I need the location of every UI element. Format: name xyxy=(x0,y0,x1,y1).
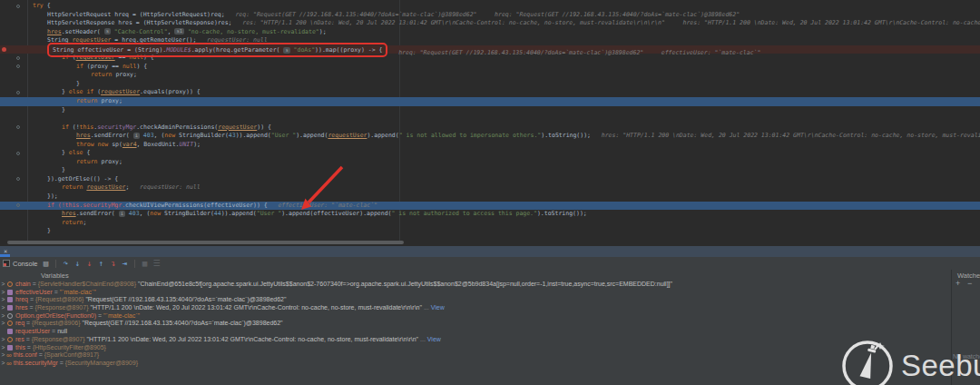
equals-sign: = xyxy=(24,320,32,326)
code-text: hres.sendError( i 403, (new StringBuilde… xyxy=(62,210,587,219)
code-line[interactable]: } xyxy=(0,80,980,89)
code-line[interactable]: } xyxy=(0,166,980,175)
fold-icon[interactable] xyxy=(16,5,20,8)
code-text: if (!this.securityMgr.checkAdminPermissi… xyxy=(62,123,271,133)
code-token: hres xyxy=(62,210,76,217)
code-token: requestUser xyxy=(328,132,367,139)
breakpoint-icon[interactable] xyxy=(2,47,6,52)
code-text: hres.sendError( i 403, (new StringBuilde… xyxy=(76,132,980,141)
code-line[interactable]: } xyxy=(0,106,980,115)
variable-row[interactable]: >res = {Response@8907} "HTTP/1.1 200 \nD… xyxy=(0,336,948,344)
expand-chevron-icon[interactable]: > xyxy=(0,320,6,328)
step-out-icon[interactable]: ↑ xyxy=(95,258,107,270)
code-token: )).append( xyxy=(236,132,271,139)
variable-row[interactable]: >∞this.securityMgr = {SecurityManager@89… xyxy=(0,360,948,368)
more-options-icon[interactable]: ☰ xyxy=(151,258,162,270)
code-token: "no-cache, no-store, must-revalidate" xyxy=(184,28,319,35)
code-line[interactable]: if (!this.securityMgr.checkUIViewPermiss… xyxy=(0,202,980,211)
expand-chevron-icon[interactable]: > xyxy=(0,351,6,360)
drop-frame-icon[interactable]: ↴ xyxy=(107,258,119,270)
variable-name: chain xyxy=(15,281,31,287)
param-hint-badge: s xyxy=(104,28,111,35)
expand-chevron-icon[interactable]: > xyxy=(0,304,6,312)
code-token: ).append( xyxy=(367,132,398,139)
fold-icon[interactable] xyxy=(16,91,20,94)
view-value-link[interactable]: View xyxy=(431,304,445,311)
variable-value: "`mate-clac`" xyxy=(60,289,96,295)
add-watch-button[interactable]: + xyxy=(956,280,960,288)
code-line[interactable]: return proxy; xyxy=(0,97,980,106)
variable-row[interactable]: >chain = {ServletHandler$ChainEnd@8908} … xyxy=(0,281,948,289)
code-line[interactable]: } else if (requestUser.equals(proxy)) { xyxy=(0,88,980,97)
variable-row[interactable]: >effectiveUser = "`mate-clac`" xyxy=(0,289,948,297)
code-line[interactable]: return; xyxy=(0,219,980,228)
variable-type: {Request@8906} xyxy=(32,320,82,326)
code-token: , ( xyxy=(154,132,165,139)
code-token: StringBuilder( xyxy=(175,132,229,139)
fold-icon[interactable] xyxy=(16,203,20,207)
code-token: proxy; xyxy=(97,158,122,165)
evaluate-expression-icon[interactable]: ▦ xyxy=(139,258,151,270)
code-token: securityMgr xyxy=(97,123,136,131)
code-token: requestUser xyxy=(218,123,257,131)
tab-console[interactable]: Console xyxy=(3,258,38,269)
variable-name: Option.getOrElse(Function0) xyxy=(15,312,96,319)
variable-row[interactable]: >∞this.conf = {SparkConf@8917} xyxy=(0,351,948,360)
code-line[interactable]: return proxy; xyxy=(0,158,980,167)
code-token: "User " xyxy=(257,210,281,217)
variable-row[interactable]: >hres = {Response@8907} "HTTP/1.1 200 \n… xyxy=(0,304,948,312)
variable-name: res xyxy=(15,336,24,342)
code-line[interactable]: hres.sendError( i 403, (new StringBuilde… xyxy=(0,210,980,219)
remove-watch-button[interactable]: − xyxy=(967,280,972,288)
horizontal-scrollbar[interactable] xyxy=(7,241,404,244)
variable-row[interactable]: >this = {HttpSecurityFilter@8905} xyxy=(0,344,948,352)
code-line[interactable]: try { xyxy=(0,2,980,11)
code-line[interactable]: HttpServletRequest hreq = (HttpServletRe… xyxy=(0,11,980,20)
code-line[interactable]: return proxy; xyxy=(0,71,980,80)
expand-chevron-icon[interactable]: > xyxy=(0,296,6,304)
code-line[interactable]: hres.setHeader( s "Cache-Control", s1 "n… xyxy=(0,28,980,37)
code-line[interactable]: hres.sendError( i 403, (new StringBuilde… xyxy=(0,132,980,141)
expand-chevron-icon[interactable]: > xyxy=(0,281,6,289)
layout-settings-icon[interactable]: ▤ xyxy=(40,258,52,270)
code-editor[interactable]: try {HttpServletRequest hreq = (HttpServ… xyxy=(0,0,980,241)
view-value-link[interactable]: View xyxy=(427,336,441,342)
step-over-icon[interactable]: ↷ xyxy=(60,258,72,270)
variable-row[interactable]: >req = {Request@8906} "Request(GET //192… xyxy=(0,320,948,328)
code-token: .equals(proxy)) { xyxy=(140,88,201,95)
fold-icon[interactable] xyxy=(16,152,20,155)
variables-panel-title: Variables xyxy=(41,271,69,280)
fold-icon[interactable] xyxy=(16,64,20,68)
expand-chevron-icon[interactable]: > xyxy=(0,336,6,344)
code-text: }); xyxy=(47,192,58,202)
code-line[interactable]: } xyxy=(0,227,980,236)
code-line[interactable]: }).getOrElse(() -> { xyxy=(0,175,980,184)
expand-chevron-icon[interactable]: > xyxy=(0,289,6,297)
run-to-cursor-icon[interactable]: ⇥ xyxy=(119,258,131,270)
code-line[interactable]: return requestUser; requestUser: null xyxy=(0,183,980,192)
debug-window-strip[interactable]: × xyxy=(0,246,980,257)
variable-row[interactable]: requestUser = null xyxy=(0,328,948,336)
fold-icon[interactable] xyxy=(16,125,20,129)
expand-chevron-icon[interactable]: > xyxy=(0,360,6,368)
fold-icon[interactable] xyxy=(16,177,20,181)
force-step-into-icon[interactable]: ↓ xyxy=(83,258,95,270)
step-into-icon[interactable]: ↓ xyxy=(72,258,83,270)
variable-type: {ServletHandler$ChainEnd@8908} xyxy=(38,281,138,287)
code-token: HttpServletRequest hreq = (HttpServletRe… xyxy=(47,11,225,18)
code-line[interactable]: } else { xyxy=(0,149,980,158)
code-line[interactable]: if (!this.securityMgr.checkAdminPermissi… xyxy=(0,123,980,133)
code-line[interactable]: throw new sp(var4, BoxedUnit.UNIT); xyxy=(0,141,980,150)
parameter-variable-icon xyxy=(7,337,13,342)
expand-chevron-icon[interactable]: > xyxy=(0,344,6,352)
expand-chevron-icon[interactable]: > xyxy=(0,312,6,321)
code-line[interactable]: String effectiveUser = (String).MODULE$.… xyxy=(0,45,980,54)
code-line[interactable] xyxy=(0,114,980,123)
variable-row[interactable]: >Option.getOrElse(Function0) = "`mate-cl… xyxy=(0,312,948,321)
code-line[interactable]: if (proxy == null) { xyxy=(0,63,980,72)
code-line[interactable]: }); xyxy=(0,192,980,202)
code-line[interactable]: HttpServletResponse hres = (HttpServletR… xyxy=(0,19,980,28)
fold-icon[interactable] xyxy=(16,56,20,60)
variable-row[interactable]: >hreq = {Request@8906} "Request(GET //19… xyxy=(0,296,948,304)
code-token: .setHeader( xyxy=(62,28,104,35)
